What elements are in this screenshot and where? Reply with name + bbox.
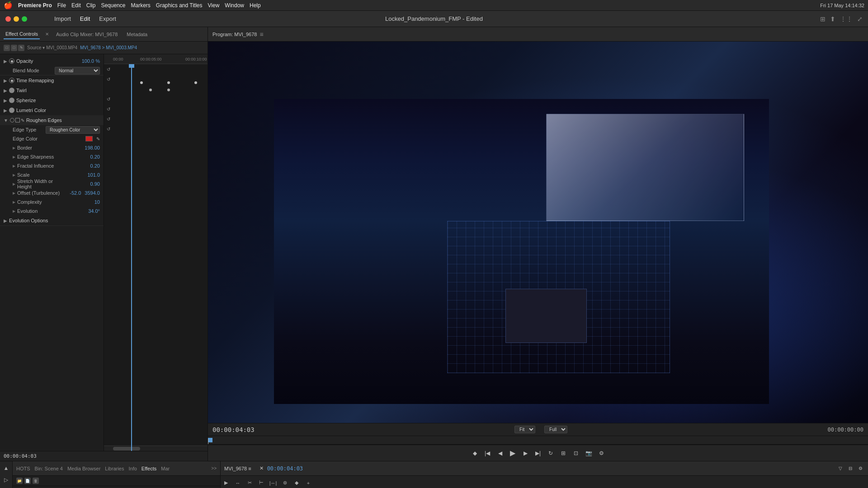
tab-audio-mixer[interactable]: Audio Clip Mixer: MVI_9678: [54, 30, 119, 39]
next-frame-btn[interactable]: ▶: [520, 448, 530, 458]
tab-libraries[interactable]: Libraries: [105, 466, 124, 471]
source-icon2[interactable]: □: [11, 45, 17, 51]
fit-select[interactable]: Fit: [514, 426, 535, 433]
delete-icon[interactable]: 🗑: [33, 478, 39, 484]
tab-hots[interactable]: HOTS: [16, 466, 30, 471]
output-btn[interactable]: ⊡: [571, 448, 581, 458]
export-nav[interactable]: Export: [99, 15, 116, 22]
step-back-btn[interactable]: |◀: [482, 448, 492, 458]
edge-type-select[interactable]: Roughen Color: [46, 126, 100, 134]
selection-tool[interactable]: ▲: [1, 463, 11, 473]
offset-expand[interactable]: ▶: [13, 191, 15, 195]
tab-markers[interactable]: Mar: [161, 466, 170, 471]
opacity-header[interactable]: ▶ ◉ Opacity 100.0 %: [0, 56, 104, 66]
time-remapping-header[interactable]: ▶ ◉ Time Remapping: [0, 75, 104, 85]
timeline-magnet-btn[interactable]: ⊛: [279, 478, 290, 488]
spherize-header[interactable]: ▶ Spherize: [0, 95, 104, 105]
reset-blend[interactable]: ↺: [104, 74, 113, 84]
panel-expand-icon[interactable]: >>: [211, 466, 217, 471]
edge-color-swatch[interactable]: [85, 136, 93, 141]
help-menu[interactable]: Help: [250, 2, 261, 9]
fractal-expand[interactable]: ▶: [13, 164, 15, 168]
close-button[interactable]: [5, 16, 11, 22]
blend-mode-select[interactable]: Normal: [55, 67, 100, 75]
roughen-toggle[interactable]: ▼: [4, 118, 8, 123]
time-remap-enable[interactable]: ◉: [9, 78, 14, 83]
track-select-fwd[interactable]: ▷: [1, 475, 11, 485]
tab-effect-controls[interactable]: Effect Controls: [4, 29, 40, 39]
edge-sharpness-expand[interactable]: ▶: [13, 155, 15, 159]
scroll-thumb[interactable]: [113, 447, 140, 450]
export-frame-btn[interactable]: 📷: [584, 448, 594, 458]
time-remap-toggle[interactable]: ▶: [4, 78, 7, 83]
lumetri-header[interactable]: ▶ Lumetri Color: [0, 105, 104, 115]
markers-menu[interactable]: Markers: [131, 2, 150, 9]
timeline-slip-btn[interactable]: ⊢: [256, 478, 267, 488]
new-bin-icon[interactable]: 📁: [16, 478, 23, 484]
timeline-play-btn[interactable]: ▶: [221, 478, 231, 488]
file-menu[interactable]: File: [57, 2, 66, 9]
tab-metadata[interactable]: Metadata: [125, 30, 149, 39]
roughen-pencil[interactable]: ✎: [21, 118, 24, 123]
tab-media-browser[interactable]: Media Browser: [67, 466, 100, 471]
roughen-enable-dot[interactable]: [10, 118, 14, 122]
fractal-value[interactable]: 0.20: [64, 163, 100, 169]
tab-bin[interactable]: Bin: Scene 4: [35, 466, 63, 471]
twirl-toggle[interactable]: ▶: [4, 88, 7, 93]
sequence-menu[interactable]: Sequence: [101, 2, 125, 9]
evo-options-toggle[interactable]: ▶: [4, 218, 7, 223]
offset-y-value[interactable]: 3594.0: [85, 190, 100, 196]
effect-controls-close[interactable]: ✕: [45, 32, 49, 37]
tab-info[interactable]: Info: [128, 466, 137, 471]
lumetri-toggle[interactable]: ▶: [4, 108, 7, 113]
timeline-tab[interactable]: MVI_9678 ≡: [224, 466, 251, 471]
settings-btn[interactable]: ⚙: [596, 448, 606, 458]
edit-menu[interactable]: Edit: [71, 2, 81, 9]
evolution-expand[interactable]: ▶: [13, 209, 15, 213]
complexity-value[interactable]: 10: [64, 199, 100, 205]
safe-margins-btn[interactable]: ⊞: [558, 448, 568, 458]
source-clip-path[interactable]: MVI_9678 > MVI_0003.MP4: [80, 45, 137, 50]
loop-btn[interactable]: ↻: [546, 448, 556, 458]
edge-sharpness-value[interactable]: 0.20: [64, 154, 100, 160]
settings-icon[interactable]: ⋮⋮: [840, 15, 853, 23]
timeline-marker-btn[interactable]: ◆: [291, 478, 302, 488]
new-item-icon[interactable]: 📄: [24, 478, 31, 484]
apple-menu[interactable]: 🍎: [4, 1, 13, 9]
reset-roughen[interactable]: ↺: [104, 124, 113, 134]
complexity-expand[interactable]: ▶: [13, 200, 15, 204]
twirl-header[interactable]: ▶ Twirl: [0, 85, 104, 95]
timeline-add-btn[interactable]: +: [303, 478, 314, 488]
edge-color-eyedropper[interactable]: ✎: [96, 136, 100, 141]
timeline-wrench-icon[interactable]: ⚙: [856, 465, 864, 473]
offset-x-value[interactable]: -52.0: [70, 190, 81, 196]
scale-value[interactable]: 101.0: [64, 172, 100, 178]
stretch-expand[interactable]: ▶: [13, 182, 15, 186]
opacity-enable[interactable]: ◉: [9, 58, 14, 64]
play-btn[interactable]: ▶: [508, 448, 518, 458]
reset-lumetri[interactable]: ↺: [104, 114, 113, 124]
reset-twirl[interactable]: ↺: [104, 94, 113, 104]
timeline-razor-btn[interactable]: ✂: [244, 478, 255, 488]
reset-opacity[interactable]: ↺: [104, 64, 113, 74]
step-fwd-btn[interactable]: ▶|: [533, 448, 543, 458]
evolution-value[interactable]: 34.0°: [64, 208, 100, 214]
keyframe-scrollbar[interactable]: [104, 446, 208, 451]
scale-expand[interactable]: ▶: [13, 173, 15, 177]
timeline-edit-btn[interactable]: ↔: [232, 478, 243, 488]
quality-select[interactable]: Full: [544, 426, 567, 433]
evolution-options-header[interactable]: ▶ Evolution Options: [0, 216, 104, 225]
reset-spherize[interactable]: ↺: [104, 104, 113, 114]
import-nav[interactable]: Import: [54, 15, 71, 22]
roughen-edges-header[interactable]: ▼ ✎ Roughen Edges: [0, 115, 104, 125]
timeline-link-icon[interactable]: ⊟: [846, 465, 854, 473]
window-menu[interactable]: Window: [225, 2, 244, 9]
stretch-value[interactable]: 0.90: [64, 181, 100, 187]
border-expand[interactable]: ▶: [13, 146, 15, 150]
spherize-toggle[interactable]: ▶: [4, 98, 7, 103]
timeline-filter-icon[interactable]: ▽: [836, 465, 844, 473]
program-playhead-bar[interactable]: [208, 436, 868, 445]
add-marker-btn[interactable]: ◆: [470, 448, 480, 458]
tab-effects[interactable]: Effects: [142, 466, 156, 471]
opacity-value[interactable]: 100.0 %: [64, 58, 100, 64]
